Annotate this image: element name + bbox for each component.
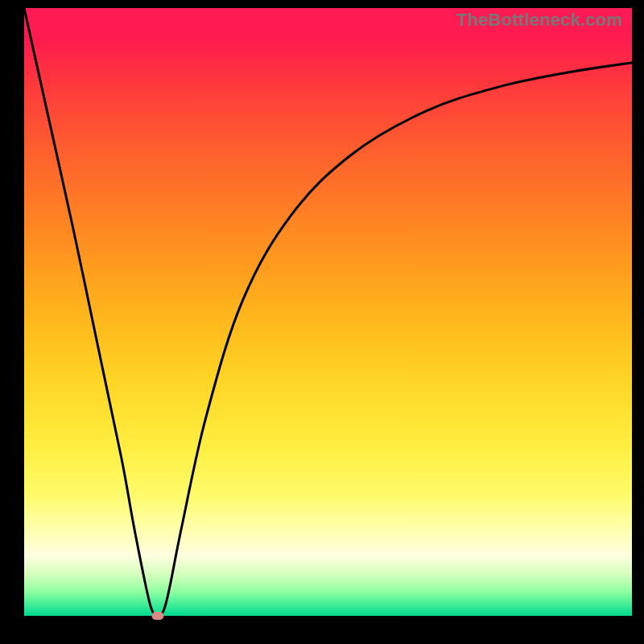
bottleneck-curve: [24, 8, 632, 616]
chart-frame: TheBottleneck.com: [0, 0, 644, 644]
plot-area: TheBottleneck.com: [24, 8, 632, 616]
minimum-marker: [152, 612, 164, 620]
